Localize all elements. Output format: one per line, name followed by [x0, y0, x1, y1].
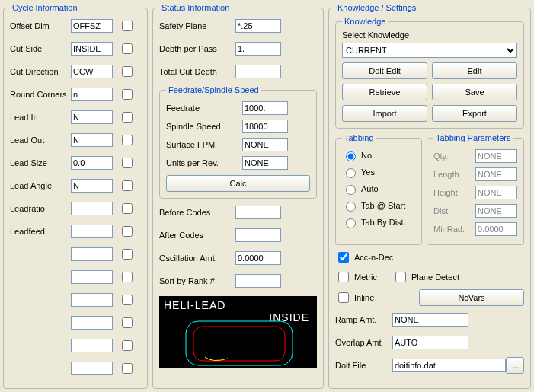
- cycle-info-title: Cycle Information: [10, 3, 80, 12]
- knowledge-title: Knowledge: [342, 17, 388, 26]
- feed-spindle-title: Feedrate/Spindle Speed: [166, 85, 261, 94]
- leadfeed-input[interactable]: [71, 225, 113, 238]
- select-knowledge-label: Select Knowledge: [342, 30, 517, 40]
- knowledge-settings-title: Knowledge / Settings: [335, 3, 418, 12]
- tabbing-yes-radio[interactable]: [346, 168, 356, 178]
- doit-file-label: Doit File: [335, 361, 392, 370]
- tabbing-parameters-group: Tabbing Parameters Qty. Length Height Di…: [427, 133, 524, 245]
- extra-input-5[interactable]: [71, 339, 113, 352]
- tabbing-parameters-title: Tabbing Parameters: [433, 133, 513, 142]
- tab-dist-label: Dist.: [433, 206, 475, 215]
- lead-out-input[interactable]: [71, 133, 113, 147]
- acc-n-dec-label: Acc-n-Dec: [354, 253, 393, 262]
- round-corners-label: Round Corners: [10, 90, 71, 99]
- toolpath-svg: [159, 296, 317, 368]
- surface-fpm-label: Surface FPM: [166, 140, 242, 149]
- cut-side-checkbox[interactable]: [122, 43, 133, 54]
- knowledge-settings-group: Knowledge / Settings Knowledge Select Kn…: [328, 3, 531, 389]
- tabbing-auto-label: Auto: [361, 184, 379, 193]
- import-button[interactable]: Import: [342, 105, 427, 122]
- round-corners-input[interactable]: [71, 88, 113, 101]
- extra-checkbox-3[interactable]: [122, 295, 133, 305]
- calc-button[interactable]: Calc: [166, 175, 310, 192]
- sort-rank-input[interactable]: [235, 274, 281, 288]
- round-corners-checkbox[interactable]: [122, 89, 133, 100]
- tabbing-no-radio[interactable]: [346, 151, 356, 161]
- overlap-amt-input[interactable]: [392, 336, 468, 349]
- extra-checkbox-6[interactable]: [122, 363, 133, 374]
- tabbing-group: Tabbing No Yes Auto Tab @ Start Tab By D…: [335, 133, 422, 245]
- leadratio-input[interactable]: [71, 202, 113, 215]
- total-cut-depth-input[interactable]: [235, 65, 281, 78]
- ncvars-button[interactable]: NcVars: [419, 289, 524, 306]
- plane-detect-checkbox[interactable]: [395, 272, 406, 282]
- offset-dim-label: Offset Dim: [10, 21, 71, 30]
- save-button[interactable]: Save: [432, 84, 517, 100]
- knowledge-select[interactable]: CURRENT: [342, 43, 517, 58]
- tab-height-label: Height: [433, 188, 475, 197]
- oscillation-amt-input[interactable]: [235, 251, 281, 265]
- lead-angle-label: Lead Angle: [10, 181, 71, 190]
- lead-out-label: Lead Out: [10, 135, 71, 145]
- depth-per-pass-input[interactable]: [235, 42, 281, 56]
- before-codes-input[interactable]: [235, 206, 281, 219]
- extra-input-2[interactable]: [71, 270, 113, 284]
- extra-checkbox-5[interactable]: [122, 340, 133, 351]
- lead-size-label: Lead Size: [10, 158, 71, 167]
- tabbing-auto-radio[interactable]: [346, 185, 356, 195]
- lead-in-label: Lead In: [10, 113, 71, 122]
- offset-dim-input[interactable]: [71, 19, 113, 33]
- status-info-group: Status Information Safety Plane Depth pe…: [152, 3, 324, 389]
- leadfeed-checkbox[interactable]: [122, 226, 133, 237]
- acc-n-dec-checkbox[interactable]: [338, 252, 349, 263]
- feedrate-input[interactable]: [242, 101, 288, 115]
- lead-angle-checkbox[interactable]: [122, 180, 133, 191]
- leadratio-checkbox[interactable]: [122, 203, 133, 214]
- tab-minrad-input: [475, 222, 517, 236]
- lead-size-checkbox[interactable]: [122, 158, 133, 168]
- extra-checkbox-4[interactable]: [122, 317, 133, 328]
- export-button[interactable]: Export: [432, 105, 517, 122]
- cycle-info-group: Cycle Information Offset Dim Cut Side Cu…: [3, 3, 148, 389]
- cut-side-input[interactable]: [71, 42, 113, 56]
- cut-direction-checkbox[interactable]: [122, 66, 133, 77]
- doit-edit-button[interactable]: Doit Edit: [342, 62, 427, 79]
- tab-qty-label: Qty.: [433, 151, 475, 161]
- extra-input-1[interactable]: [71, 247, 113, 261]
- extra-checkbox-1[interactable]: [122, 249, 133, 260]
- edit-button[interactable]: Edit: [432, 62, 517, 79]
- extra-input-3[interactable]: [71, 293, 113, 307]
- retrieve-button[interactable]: Retrieve: [342, 84, 427, 100]
- cut-direction-input[interactable]: [71, 65, 113, 78]
- extra-checkbox-2[interactable]: [122, 272, 133, 282]
- lead-size-input[interactable]: [71, 156, 113, 170]
- extra-input-4[interactable]: [71, 316, 113, 330]
- units-per-rev-label: Units per Rev.: [166, 158, 242, 167]
- lead-angle-input[interactable]: [71, 179, 113, 193]
- ramp-amt-label: Ramp Amt.: [335, 315, 392, 324]
- leadratio-label: Leadratio: [10, 204, 71, 213]
- toolpath-preview-image: HELI-LEAD INSIDE: [159, 296, 317, 368]
- tab-dist-input: [475, 204, 517, 218]
- offset-dim-checkbox[interactable]: [122, 21, 133, 31]
- lead-in-checkbox[interactable]: [122, 112, 133, 123]
- lead-in-input[interactable]: [71, 110, 113, 124]
- surface-fpm-input[interactable]: [242, 138, 288, 151]
- status-info-title: Status Information: [159, 3, 232, 12]
- after-codes-input[interactable]: [235, 228, 281, 242]
- doit-file-browse-button[interactable]: ...: [506, 357, 524, 374]
- safety-plane-input[interactable]: [235, 19, 281, 33]
- metric-checkbox[interactable]: [338, 272, 349, 282]
- extra-input-6[interactable]: [71, 362, 113, 375]
- lead-out-checkbox[interactable]: [122, 135, 133, 145]
- tabbing-tabstart-radio[interactable]: [346, 202, 356, 212]
- svg-rect-1: [186, 321, 293, 365]
- units-per-rev-input[interactable]: [242, 156, 288, 170]
- spindle-speed-label: Spindle Speed: [166, 122, 242, 131]
- ramp-amt-input[interactable]: [392, 313, 468, 327]
- tabbing-tabdist-radio[interactable]: [346, 218, 356, 228]
- oscillation-amt-label: Oscillation Amt.: [159, 253, 235, 263]
- doit-file-input[interactable]: [392, 359, 506, 372]
- inline-checkbox[interactable]: [338, 292, 349, 303]
- spindle-speed-input[interactable]: [242, 120, 288, 133]
